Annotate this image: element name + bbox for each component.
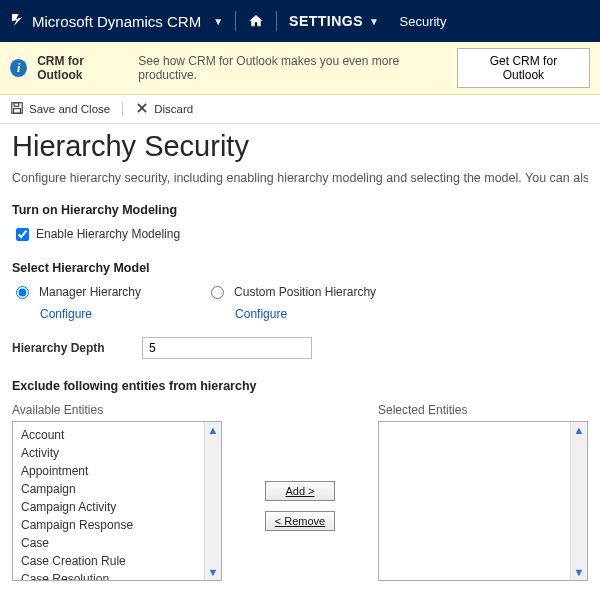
enable-modeling-checkbox[interactable] <box>16 228 29 241</box>
nav-settings-label: SETTINGS <box>289 13 363 29</box>
add-button[interactable]: Add > <box>265 481 335 501</box>
scroll-down-icon[interactable]: ▼ <box>208 566 219 578</box>
custom-hierarchy-radio[interactable] <box>211 286 224 299</box>
chevron-down-icon: ▼ <box>369 16 379 27</box>
list-item[interactable]: Campaign Response <box>13 516 204 534</box>
nav-separator <box>235 11 236 31</box>
scroll-up-icon[interactable]: ▲ <box>208 424 219 436</box>
chevron-down-icon: ▼ <box>213 16 223 27</box>
list-item[interactable]: Case Resolution <box>13 570 204 580</box>
model-select-heading: Select Hierarchy Model <box>12 261 588 275</box>
model-select-section: Select Hierarchy Model Manager Hierarchy… <box>12 261 588 359</box>
exclude-heading: Exclude following entities from hierarch… <box>12 379 588 393</box>
nav-crumb-security[interactable]: Security <box>400 14 447 29</box>
dynamics-logo-icon <box>10 12 26 31</box>
discard-button[interactable]: Discard <box>135 101 193 117</box>
brand[interactable]: Microsoft Dynamics CRM ▼ <box>10 12 223 31</box>
selected-entities-label: Selected Entities <box>378 403 588 417</box>
hierarchy-depth-label: Hierarchy Depth <box>12 341 142 355</box>
discard-label: Discard <box>154 103 193 115</box>
enable-modeling-label: Enable Hierarchy Modeling <box>36 227 180 241</box>
custom-configure-link[interactable]: Configure <box>235 307 376 321</box>
exclude-section: Exclude following entities from hierarch… <box>12 379 588 581</box>
custom-hierarchy-label: Custom Position Hierarchy <box>234 285 376 299</box>
scroll-up-icon[interactable]: ▲ <box>574 424 585 436</box>
svg-rect-1 <box>14 103 19 107</box>
enable-modeling-row[interactable]: Enable Hierarchy Modeling <box>16 227 588 241</box>
modeling-heading: Turn on Hierarchy Modeling <box>12 203 588 217</box>
manager-configure-link[interactable]: Configure <box>40 307 141 321</box>
home-button[interactable] <box>248 13 264 29</box>
scroll-down-icon[interactable]: ▼ <box>574 566 585 578</box>
remove-button[interactable]: < Remove <box>265 511 335 531</box>
info-icon: i <box>10 59 27 77</box>
close-icon <box>135 101 149 117</box>
infobar-title: CRM for Outlook <box>37 54 128 82</box>
page-description: Configure hierarchy security, including … <box>12 171 588 185</box>
modeling-section: Turn on Hierarchy Modeling Enable Hierar… <box>12 203 588 241</box>
toolbar-separator <box>122 102 123 116</box>
list-item[interactable]: Activity <box>13 444 204 462</box>
top-nav: Microsoft Dynamics CRM ▼ SETTINGS ▼ Secu… <box>0 0 600 42</box>
available-entities-label: Available Entities <box>12 403 222 417</box>
list-item[interactable]: Appointment <box>13 462 204 480</box>
scrollbar[interactable]: ▲ ▼ <box>570 422 587 580</box>
page-title: Hierarchy Security <box>12 130 588 163</box>
custom-hierarchy-option[interactable]: Custom Position Hierarchy <box>211 285 376 299</box>
list-item[interactable]: Case Creation Rule <box>13 552 204 570</box>
infobar-text: See how CRM for Outlook makes you even m… <box>138 54 447 82</box>
save-and-close-label: Save and Close <box>29 103 110 115</box>
brand-label: Microsoft Dynamics CRM <box>32 13 201 30</box>
available-entities-listbox[interactable]: AccountActivityAppointmentCampaignCampai… <box>12 421 222 581</box>
list-item[interactable]: Campaign <box>13 480 204 498</box>
nav-separator <box>276 11 277 31</box>
hierarchy-depth-input[interactable] <box>142 337 312 359</box>
scrollbar[interactable]: ▲ ▼ <box>204 422 221 580</box>
outlook-infobar: i CRM for Outlook See how CRM for Outloo… <box>0 42 600 95</box>
list-item[interactable]: Case <box>13 534 204 552</box>
form-toolbar: Save and Close Discard <box>0 95 600 124</box>
save-and-close-button[interactable]: Save and Close <box>10 101 110 117</box>
manager-hierarchy-label: Manager Hierarchy <box>39 285 141 299</box>
main-content: Hierarchy Security Configure hierarchy s… <box>0 124 600 598</box>
list-item[interactable]: Campaign Activity <box>13 498 204 516</box>
get-crm-outlook-button[interactable]: Get CRM for Outlook <box>457 48 590 88</box>
list-item[interactable]: Account <box>13 426 204 444</box>
svg-rect-2 <box>14 109 21 114</box>
manager-hierarchy-option[interactable]: Manager Hierarchy <box>16 285 141 299</box>
nav-settings[interactable]: SETTINGS ▼ <box>289 13 379 29</box>
selected-entities-listbox[interactable]: ▲ ▼ <box>378 421 588 581</box>
save-icon <box>10 101 24 117</box>
manager-hierarchy-radio[interactable] <box>16 286 29 299</box>
hierarchy-depth-row: Hierarchy Depth <box>12 337 588 359</box>
